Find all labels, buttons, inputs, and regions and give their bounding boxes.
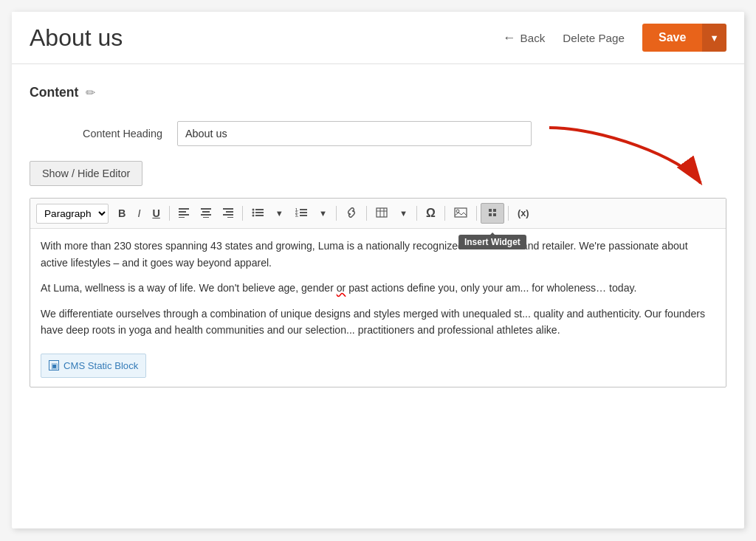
cms-block-icon: ▣ <box>49 360 59 371</box>
svg-point-15 <box>252 212 254 214</box>
svg-rect-24 <box>300 215 307 216</box>
page-content: Content ✏ Content Heading Show / Hide Ed… <box>12 64 744 405</box>
section-title: Content <box>30 85 78 100</box>
svg-rect-10 <box>226 211 233 213</box>
svg-text:3.: 3. <box>295 213 299 218</box>
widget-tooltip: Insert Widget <box>458 235 526 249</box>
bold-button[interactable]: B <box>113 205 131 221</box>
editor-toolbar: Paragraph B I U <box>30 199 726 229</box>
link-button[interactable] <box>340 204 362 222</box>
italic-button[interactable]: I <box>132 205 145 221</box>
svg-rect-16 <box>255 212 264 213</box>
content-heading-row: Content Heading <box>30 121 726 146</box>
bullet-list-button[interactable] <box>247 204 269 222</box>
svg-rect-6 <box>202 211 210 213</box>
paragraph-select[interactable]: Paragraph <box>36 204 109 224</box>
align-center-icon <box>201 207 211 218</box>
show-hide-editor-button[interactable]: Show / Hide Editor <box>30 161 142 186</box>
svg-point-17 <box>252 215 254 217</box>
edit-icon[interactable]: ✏ <box>86 86 95 100</box>
widget-icon <box>487 207 498 218</box>
svg-rect-25 <box>377 208 387 217</box>
table-dropdown-button[interactable]: ▼ <box>394 207 413 221</box>
svg-rect-18 <box>255 215 264 216</box>
align-left-button[interactable] <box>173 204 194 222</box>
page-title: About us <box>30 24 503 52</box>
ordered-list-icon: 1. 2. 3. <box>295 207 307 218</box>
svg-rect-34 <box>493 213 496 216</box>
table-icon <box>376 207 388 218</box>
back-link[interactable]: ← Back <box>503 30 545 46</box>
toolbar-sep-6 <box>444 206 445 221</box>
svg-rect-5 <box>201 208 211 210</box>
delete-page-button[interactable]: Delete Page <box>563 32 625 44</box>
toolbar-sep-4 <box>366 206 367 221</box>
widget-button[interactable]: Insert Widget <box>481 203 504 224</box>
ordered-list-button[interactable]: 1. 2. 3. <box>290 204 312 222</box>
svg-rect-9 <box>223 208 233 210</box>
variable-button[interactable]: (x) <box>512 206 535 221</box>
editor-content[interactable]: With more than 230 stores spanning 43 st… <box>30 229 726 387</box>
editor-paragraph-3: We differentiate ourselves through a com… <box>41 306 715 339</box>
image-icon <box>454 207 467 218</box>
section-header: Content ✏ <box>30 85 726 100</box>
svg-rect-33 <box>489 213 492 216</box>
table-button[interactable] <box>371 204 393 222</box>
omega-button[interactable]: Ω <box>421 204 441 222</box>
align-left-icon <box>179 207 189 218</box>
link-icon <box>346 207 357 218</box>
toolbar-sep-1 <box>169 206 170 221</box>
svg-rect-1 <box>179 208 189 210</box>
image-button[interactable] <box>449 204 472 222</box>
save-button[interactable]: Save <box>642 24 702 52</box>
svg-rect-14 <box>255 209 264 210</box>
svg-rect-2 <box>179 211 186 213</box>
svg-rect-3 <box>179 214 189 216</box>
toolbar-sep-2 <box>242 206 243 221</box>
save-btn-group: Save ▼ <box>642 24 726 52</box>
svg-rect-8 <box>203 217 209 218</box>
svg-point-30 <box>456 210 459 213</box>
editor-paragraph-2: At Luma, wellness is a way of life. We d… <box>41 280 715 297</box>
cms-static-block-item[interactable]: ▣ CMS Static Block <box>41 354 146 378</box>
svg-point-13 <box>252 209 254 211</box>
save-dropdown-button[interactable]: ▼ <box>702 24 726 52</box>
back-arrow-icon: ← <box>503 30 516 46</box>
header-actions: ← Back Delete Page Save ▼ <box>503 24 726 52</box>
content-heading-label: Content Heading <box>30 128 177 139</box>
page-wrapper: About us ← Back Delete Page Save ▼ Conte… <box>12 12 744 528</box>
svg-rect-7 <box>201 214 211 216</box>
svg-rect-12 <box>227 217 233 218</box>
ordered-list-dropdown-button[interactable]: ▼ <box>314 207 332 221</box>
align-right-icon <box>223 207 233 218</box>
editor-container: Paragraph B I U <box>30 198 726 387</box>
svg-rect-31 <box>489 209 492 212</box>
toolbar-sep-5 <box>416 206 417 221</box>
svg-rect-4 <box>179 217 185 218</box>
toolbar-sep-8 <box>508 206 509 221</box>
back-label: Back <box>520 32 546 44</box>
cms-block-label: CMS Static Block <box>63 358 138 373</box>
list-dropdown-button[interactable]: ▼ <box>270 207 289 221</box>
svg-rect-32 <box>493 209 496 212</box>
editor-paragraph-1: With more than 230 stores spanning 43 st… <box>41 238 715 271</box>
svg-rect-20 <box>300 209 307 210</box>
align-center-button[interactable] <box>196 204 216 222</box>
toolbar-sep-7 <box>476 206 477 221</box>
align-right-button[interactable] <box>218 204 238 222</box>
svg-rect-11 <box>223 214 233 216</box>
underline-button[interactable]: U <box>147 205 165 221</box>
toolbar-sep-3 <box>336 206 337 221</box>
content-heading-input[interactable] <box>177 121 532 146</box>
svg-rect-29 <box>455 208 467 217</box>
svg-rect-22 <box>300 212 307 213</box>
page-header: About us ← Back Delete Page Save ▼ <box>12 12 744 64</box>
bullet-list-icon <box>252 207 264 218</box>
